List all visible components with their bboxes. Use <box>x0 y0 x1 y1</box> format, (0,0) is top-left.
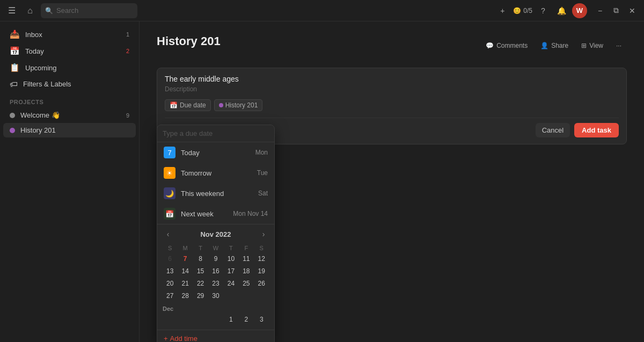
dec-empty1 <box>163 314 177 325</box>
cal-header-f: F <box>239 244 253 252</box>
project-tag-dot <box>219 103 223 107</box>
cal-header-m: M <box>178 244 192 252</box>
minimize-button[interactable]: − <box>592 3 608 18</box>
cal-day-29[interactable]: 29 <box>193 290 208 302</box>
home-button[interactable]: ⌂ <box>23 3 38 18</box>
karma-badge: 😊 0/5 <box>513 7 532 14</box>
datepicker-search[interactable] <box>157 125 274 142</box>
weekend-option-day: Sat <box>258 190 268 197</box>
project-tag-label: History 201 <box>225 101 258 109</box>
task-title: The early middle ages <box>165 75 619 83</box>
dp-option-nextweek[interactable]: 📅 Next week Mon Nov 14 <box>157 203 274 224</box>
restore-button[interactable]: ⧉ <box>609 3 624 18</box>
sidebar-item-label: Upcoming <box>25 64 57 72</box>
calendar-grid: S M T W T F S 6 7 8 9 10 11 12 13 <box>163 244 269 325</box>
main-layout: 📥 Inbox 1 📅 Today 2 📋 Upcoming 🏷 Filters… <box>0 21 644 342</box>
inbox-badge: 1 <box>126 31 129 38</box>
dec-day-2[interactable]: 2 <box>239 314 253 325</box>
dec-divider: Dec <box>163 302 269 313</box>
cal-day-30[interactable]: 30 <box>208 290 223 302</box>
dec-day-3[interactable]: 3 <box>254 314 269 325</box>
notifications-button[interactable]: 🔔 <box>554 3 569 18</box>
cal-day-7[interactable]: 7 <box>178 253 192 265</box>
cal-header-w: W <box>208 244 223 252</box>
cal-day-23[interactable]: 23 <box>208 278 223 289</box>
cal-day-empty1 <box>224 290 238 302</box>
cal-day-14[interactable]: 14 <box>178 265 192 277</box>
dp-option-weekend[interactable]: 🌙 This weekend Sat <box>157 183 274 203</box>
cal-day-22[interactable]: 22 <box>193 278 208 289</box>
avatar[interactable]: W <box>572 3 587 18</box>
add-time-button[interactable]: + Add time <box>157 330 274 342</box>
sidebar-item-filters[interactable]: 🏷 Filters & Labels <box>3 76 136 92</box>
add-button[interactable]: + <box>495 3 510 18</box>
sidebar-item-history201[interactable]: History 201 <box>3 123 136 137</box>
comments-button[interactable]: 💬 Comments <box>480 40 533 52</box>
cal-day-17[interactable]: 17 <box>224 265 238 277</box>
tomorrow-option-icon: ☀ <box>164 167 175 179</box>
project-tag[interactable]: History 201 <box>214 99 263 111</box>
topbar: ☰ ⌂ 🔍 Search + 😊 0/5 ? 🔔 W − ⧉ ✕ <box>0 0 644 21</box>
sidebar-item-upcoming[interactable]: 📋 Upcoming <box>3 60 136 76</box>
project-label: Welcome 👋 <box>20 111 60 119</box>
today-option-day: Mon <box>255 149 268 156</box>
today-icon: 📅 <box>10 46 20 56</box>
add-time-label: Add time <box>170 334 197 342</box>
sidebar-item-label: Today <box>25 47 44 55</box>
more-button[interactable]: ··· <box>611 40 627 52</box>
cal-day-28[interactable]: 28 <box>178 290 192 302</box>
cal-day-10[interactable]: 10 <box>224 253 238 265</box>
calendar-prev-button[interactable]: ‹ <box>163 229 173 239</box>
cal-day-19[interactable]: 19 <box>254 265 269 277</box>
share-button[interactable]: 👤 Share <box>535 40 574 52</box>
weekend-option-icon: 🌙 <box>164 187 175 199</box>
calendar-header: ‹ Nov 2022 › <box>163 229 269 239</box>
date-search-input[interactable] <box>163 129 269 137</box>
sidebar-item-today[interactable]: 📅 Today 2 <box>3 43 136 59</box>
datepicker-popup: 7 Today Mon ☀ Tomorrow Tue 🌙 This weeken… <box>157 125 275 342</box>
cal-day-27[interactable]: 27 <box>163 290 177 302</box>
cal-day-8[interactable]: 8 <box>193 253 208 265</box>
content-header: History 201 💬 Comments 👤 Share ⊞ View ··… <box>157 34 627 57</box>
cal-header-s1: S <box>163 244 177 252</box>
cal-day-15[interactable]: 15 <box>193 265 208 277</box>
search-bar[interactable]: 🔍 Search <box>41 3 137 18</box>
today-option-label: Today <box>181 149 250 157</box>
cancel-button[interactable]: Cancel <box>536 123 570 137</box>
add-task-button[interactable]: Add task <box>574 123 619 137</box>
cal-day-18[interactable]: 18 <box>239 265 253 277</box>
inbox-icon: 📥 <box>10 30 20 39</box>
content-area: History 201 💬 Comments 👤 Share ⊞ View ··… <box>140 21 644 342</box>
sidebar-item-inbox[interactable]: 📥 Inbox 1 <box>3 26 136 42</box>
cal-day-prev6[interactable]: 6 <box>163 253 177 265</box>
cal-day-20[interactable]: 20 <box>163 278 177 289</box>
dp-option-tomorrow[interactable]: ☀ Tomorrow Tue <box>157 163 274 183</box>
sidebar-item-welcome[interactable]: Welcome 👋 9 <box>3 108 136 122</box>
calendar-section: ‹ Nov 2022 › S M T W T F S 6 7 8 9 <box>157 224 274 330</box>
cal-day-26[interactable]: 26 <box>254 278 269 289</box>
cal-day-13[interactable]: 13 <box>163 265 177 277</box>
nextweek-option-icon: 📅 <box>164 208 175 220</box>
cal-day-11[interactable]: 11 <box>239 253 253 265</box>
dec-day-1[interactable]: 1 <box>224 314 238 325</box>
hamburger-button[interactable]: ☰ <box>4 3 19 18</box>
project-dot-history <box>10 128 15 133</box>
close-button[interactable]: ✕ <box>625 3 640 18</box>
cal-day-16[interactable]: 16 <box>208 265 223 277</box>
sidebar-item-label: Inbox <box>25 31 42 39</box>
calendar-next-button[interactable]: › <box>258 229 269 239</box>
task-tags: 📅 Due date History 201 <box>165 99 619 111</box>
cal-day-25[interactable]: 25 <box>239 278 253 289</box>
cal-day-9[interactable]: 9 <box>208 253 223 265</box>
cal-day-21[interactable]: 21 <box>178 278 192 289</box>
weekend-option-label: This weekend <box>181 190 253 198</box>
due-date-tag[interactable]: 📅 Due date <box>165 99 211 111</box>
cal-day-24[interactable]: 24 <box>224 278 238 289</box>
view-button[interactable]: ⊞ View <box>576 40 609 52</box>
task-description: Description <box>165 85 619 93</box>
help-button[interactable]: ? <box>536 3 551 18</box>
share-icon: 👤 <box>540 42 548 49</box>
cal-day-12[interactable]: 12 <box>254 253 269 265</box>
calendar-icon: 📅 <box>170 101 178 109</box>
dp-option-today[interactable]: 7 Today Mon <box>157 142 274 163</box>
